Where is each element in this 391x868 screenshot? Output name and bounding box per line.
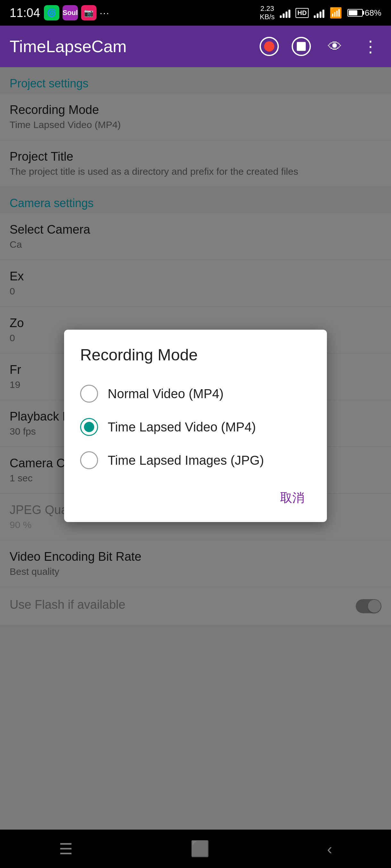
hd-badge: HD: [296, 8, 309, 18]
battery-icon: [347, 9, 363, 17]
data-speed: 2.23KB/s: [260, 4, 275, 22]
status-bar: 11:04 🌀 Soul 📷 ··· 2.23KB/s HD 📶 68: [0, 0, 391, 26]
radio-normal-video[interactable]: [80, 385, 98, 403]
option-time-lapsed-images[interactable]: Time Lapsed Images (JPG): [80, 443, 311, 477]
app-title: TimeLapseCam: [9, 37, 253, 56]
app-icon-soul: Soul: [62, 5, 78, 21]
record-dot: [264, 41, 274, 52]
app-icon-green: 🌀: [44, 5, 59, 21]
stop-square: [297, 42, 306, 51]
preview-button[interactable]: 👁: [324, 35, 346, 58]
recording-mode-dialog: Recording Mode Normal Video (MP4) Time L…: [64, 330, 327, 522]
app-bar-actions: 👁 ⋮: [260, 35, 381, 58]
dialog-title: Recording Mode: [80, 346, 311, 364]
status-app-icons: 🌀 Soul 📷 ···: [44, 5, 110, 21]
radio-inner-selected: [84, 422, 94, 432]
battery-indicator: 68%: [347, 8, 381, 18]
app-icon-camera: 📷: [81, 5, 96, 21]
stop-button[interactable]: [291, 37, 311, 56]
main-content: Project settings Recording Mode Time Lap…: [0, 67, 391, 868]
status-dots: ···: [100, 7, 110, 18]
option-normal-video[interactable]: Normal Video (MP4): [80, 377, 311, 410]
lte-signal-icon: [314, 8, 324, 18]
radio-time-lapsed-video-label: Time Lapsed Video (MP4): [108, 420, 256, 434]
signal-icon: [280, 8, 290, 18]
status-right: 2.23KB/s HD 📶 68%: [260, 4, 381, 22]
status-time: 11:04: [9, 6, 40, 20]
wifi-icon: 📶: [330, 7, 342, 19]
battery-percent: 68%: [365, 8, 381, 18]
dialog-actions: 取消: [80, 483, 311, 509]
radio-normal-video-label: Normal Video (MP4): [108, 386, 224, 401]
app-bar: TimeLapseCam 👁 ⋮: [0, 26, 391, 67]
more-button[interactable]: ⋮: [359, 35, 381, 58]
option-time-lapsed-video[interactable]: Time Lapsed Video (MP4): [80, 410, 311, 443]
radio-time-lapsed-images-label: Time Lapsed Images (JPG): [108, 453, 264, 468]
cancel-button[interactable]: 取消: [274, 487, 311, 509]
radio-time-lapsed-images[interactable]: [80, 451, 98, 469]
status-left: 11:04 🌀 Soul 📷 ···: [9, 5, 110, 21]
radio-time-lapsed-video[interactable]: [80, 418, 98, 436]
record-button[interactable]: [260, 37, 279, 56]
